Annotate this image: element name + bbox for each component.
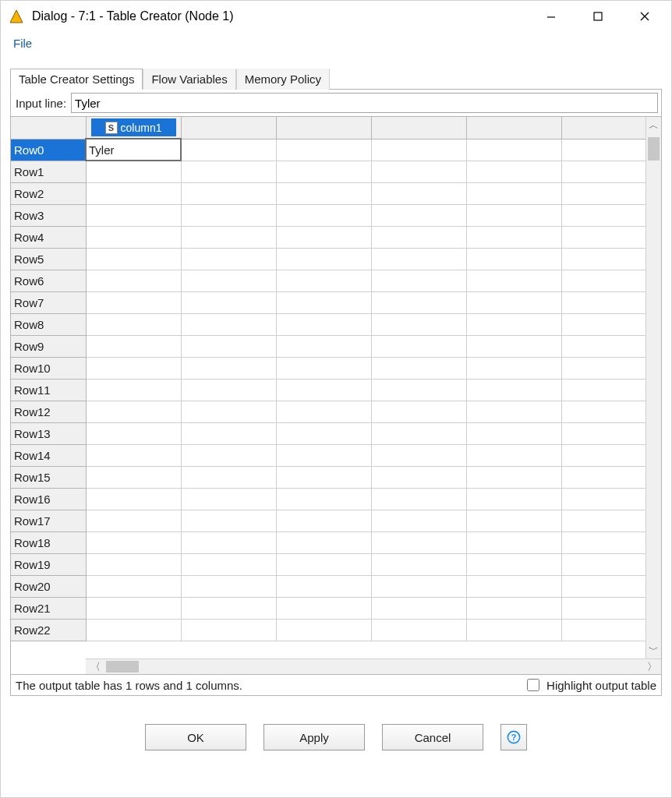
cell[interactable] [466, 444, 561, 466]
cell[interactable] [561, 248, 645, 270]
cell[interactable] [276, 619, 371, 641]
minimize-button[interactable] [528, 2, 575, 30]
cell[interactable] [276, 335, 371, 357]
cell[interactable] [181, 597, 276, 619]
scroll-down-icon[interactable]: ﹀ [646, 641, 661, 659]
table-row[interactable]: Row10 [11, 357, 645, 379]
table-row[interactable]: Row2 [11, 182, 645, 204]
cell[interactable] [276, 313, 371, 335]
table-row[interactable]: Row21 [11, 597, 645, 619]
help-button[interactable]: ? [500, 724, 527, 750]
cell[interactable] [276, 379, 371, 401]
close-button[interactable] [621, 2, 668, 30]
row-header[interactable]: Row19 [11, 553, 86, 575]
cell[interactable] [276, 575, 371, 597]
table-row[interactable]: Row5 [11, 248, 645, 270]
table-row[interactable]: Row17 [11, 510, 645, 531]
cell[interactable] [371, 270, 466, 291]
cell[interactable] [276, 466, 371, 488]
cell[interactable] [181, 226, 276, 248]
cell[interactable] [561, 291, 645, 313]
cell[interactable] [86, 226, 181, 248]
table-row[interactable]: Row22 [11, 619, 645, 641]
cell[interactable] [181, 510, 276, 531]
cell[interactable] [466, 510, 561, 531]
row-header[interactable]: Row20 [11, 575, 86, 597]
cell[interactable] [561, 204, 645, 226]
cell[interactable] [86, 335, 181, 357]
cell[interactable] [466, 597, 561, 619]
cell[interactable] [371, 291, 466, 313]
column-header-empty[interactable] [561, 117, 645, 139]
ok-button[interactable]: OK [145, 724, 246, 750]
cell[interactable] [181, 139, 276, 161]
cell[interactable] [561, 575, 645, 597]
table-row[interactable]: Row14 [11, 444, 645, 466]
cell[interactable] [371, 161, 466, 182]
table-row[interactable]: Row20 [11, 575, 645, 597]
cell[interactable] [276, 357, 371, 379]
cell[interactable] [181, 270, 276, 291]
row-header[interactable]: Row18 [11, 531, 86, 553]
cell[interactable] [561, 335, 645, 357]
cell[interactable] [561, 401, 645, 422]
row-header[interactable]: Row10 [11, 357, 86, 379]
cell[interactable] [466, 488, 561, 510]
cell[interactable] [466, 401, 561, 422]
table-row[interactable]: Row11 [11, 379, 645, 401]
cell[interactable] [371, 597, 466, 619]
apply-button[interactable]: Apply [263, 724, 365, 750]
table-row[interactable]: Row4 [11, 226, 645, 248]
cell[interactable] [371, 248, 466, 270]
cell[interactable] [561, 313, 645, 335]
row-header[interactable]: Row14 [11, 444, 86, 466]
cell[interactable] [371, 575, 466, 597]
cell[interactable] [276, 182, 371, 204]
cell[interactable] [466, 422, 561, 444]
row-header[interactable]: Row17 [11, 510, 86, 531]
cell[interactable] [276, 204, 371, 226]
cell[interactable] [181, 401, 276, 422]
cell[interactable] [371, 357, 466, 379]
cell[interactable] [86, 357, 181, 379]
hscroll-thumb[interactable] [106, 661, 139, 673]
row-header[interactable]: Row9 [11, 335, 86, 357]
cell[interactable] [466, 313, 561, 335]
row-header[interactable]: Row21 [11, 597, 86, 619]
table-row[interactable]: Row16 [11, 488, 645, 510]
cell[interactable] [466, 531, 561, 553]
cell[interactable] [181, 553, 276, 575]
cell[interactable] [276, 488, 371, 510]
cell[interactable] [276, 248, 371, 270]
cell[interactable] [466, 204, 561, 226]
cell[interactable] [466, 139, 561, 161]
cell[interactable] [276, 270, 371, 291]
table-row[interactable]: Row19 [11, 553, 645, 575]
tab-flow-variables[interactable]: Flow Variables [143, 69, 235, 90]
row-header[interactable]: Row6 [11, 270, 86, 291]
row-header[interactable]: Row3 [11, 204, 86, 226]
cell[interactable] [371, 139, 466, 161]
cell[interactable] [86, 553, 181, 575]
cell[interactable] [86, 313, 181, 335]
row-header[interactable]: Row1 [11, 161, 86, 182]
scroll-up-icon[interactable]: ︿ [646, 117, 661, 134]
cell[interactable] [561, 597, 645, 619]
cell[interactable] [181, 248, 276, 270]
table-row[interactable]: Row7 [11, 291, 645, 313]
row-header[interactable]: Row5 [11, 248, 86, 270]
cell[interactable] [371, 335, 466, 357]
cell[interactable] [561, 422, 645, 444]
cell[interactable] [86, 575, 181, 597]
cell[interactable] [276, 161, 371, 182]
table-row[interactable]: Row9 [11, 335, 645, 357]
column-header-empty[interactable] [181, 117, 276, 139]
row-header[interactable]: Row16 [11, 488, 86, 510]
data-table[interactable]: S column1 Row0TylerRow1Row2Row3Row4Row5R… [11, 117, 645, 641]
cell[interactable] [86, 161, 181, 182]
table-row[interactable]: Row0Tyler [11, 139, 645, 161]
cell[interactable] [561, 226, 645, 248]
cell[interactable] [181, 575, 276, 597]
maximize-button[interactable] [575, 2, 621, 30]
cell[interactable] [276, 531, 371, 553]
